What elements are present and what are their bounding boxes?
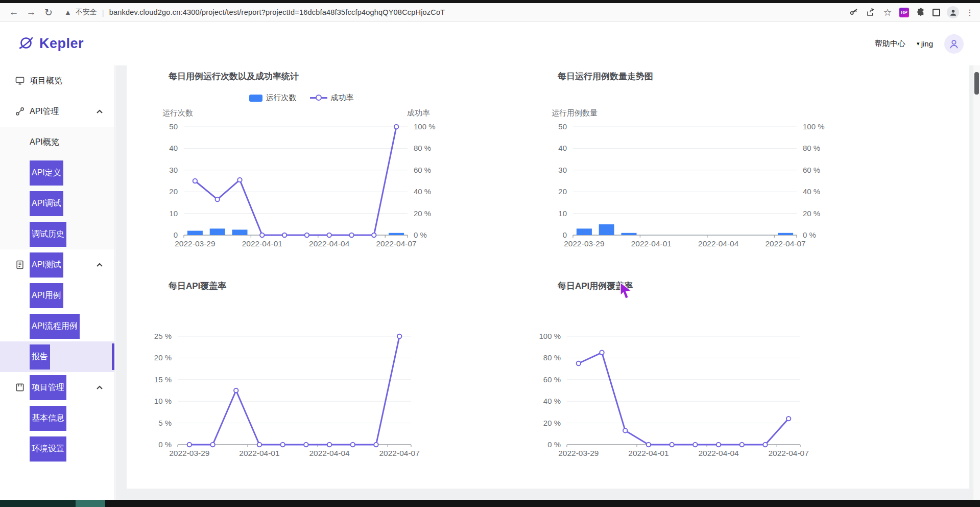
chart-plot-daily-case-count: 运行用例数量50100 %4080 %3060 %2040 %1020 %00 … — [522, 107, 859, 256]
sidebar-item-label: 环境设置 — [30, 436, 66, 462]
svg-text:2022-04-01: 2022-04-01 — [631, 239, 672, 248]
bottom-strip — [0, 500, 980, 507]
chevron-up-icon[interactable] — [96, 109, 103, 114]
bottom-strip-left — [0, 500, 76, 507]
svg-text:20 %: 20 % — [543, 419, 561, 427]
sidebar-item-项目管理[interactable]: 项目管理 — [0, 372, 114, 403]
svg-text:10: 10 — [169, 209, 178, 218]
brand-name: Kepler — [39, 36, 84, 52]
sidebar-menu: 项目概览API管理API概览API定义API调试调试历史API测试API用例AP… — [0, 65, 114, 464]
legend-item-success[interactable]: 成功率 — [310, 93, 354, 103]
svg-text:10: 10 — [558, 209, 567, 218]
svg-text:10 %: 10 % — [154, 397, 172, 405]
svg-text:60 %: 60 % — [803, 166, 820, 174]
menu-dots-icon[interactable]: ⋮ — [966, 8, 974, 17]
share-icon[interactable] — [866, 7, 876, 17]
svg-text:2022-04-07: 2022-04-07 — [379, 449, 420, 457]
svg-text:20: 20 — [169, 187, 178, 196]
sidebar-item-label: API概览 — [30, 137, 59, 148]
help-center-link[interactable]: 帮助中心 — [875, 39, 905, 49]
chart-api-coverage: 每日API覆盖率 25 %20 %15 %10 %5 %0 %2022-03-2… — [133, 276, 470, 480]
svg-text:40: 40 — [558, 144, 567, 152]
bottom-strip-accent — [76, 500, 105, 507]
svg-text:运行次数: 运行次数 — [162, 108, 193, 117]
svg-text:80 %: 80 % — [414, 144, 431, 152]
scrollbar-thumb[interactable] — [974, 72, 979, 95]
sidebar-item-API定义[interactable]: API定义 — [0, 157, 114, 188]
toolbar-right: ☆ RP ⋮ — [840, 6, 980, 18]
sidebar-item-环境设置[interactable]: 环境设置 — [0, 433, 114, 464]
chevron-up-icon[interactable] — [96, 262, 103, 267]
mouse-cursor — [619, 282, 634, 299]
chart-plot-api-coverage: 25 %20 %15 %10 %5 %0 %2022-03-292022-04-… — [133, 317, 470, 465]
svg-text:20 %: 20 % — [154, 353, 172, 362]
sidebar-item-label: 项目管理 — [30, 375, 66, 400]
svg-text:2022-04-01: 2022-04-01 — [628, 449, 668, 457]
sidebar-item-报告[interactable]: 报告 — [0, 341, 114, 372]
back-icon[interactable]: ← — [5, 7, 22, 18]
chart-title: 每日运行用例数量走势图 — [558, 71, 653, 82]
extensions-puzzle-icon[interactable] — [916, 7, 926, 17]
sidebar-item-API概览[interactable]: API概览 — [0, 127, 114, 157]
chart-plot-daily-run-success: 运行次数成功率50100 %4080 %3060 %2040 %1020 %00… — [133, 107, 470, 256]
svg-text:2022-04-04: 2022-04-04 — [309, 449, 350, 457]
chart-title: 每日用例运行次数以及成功率统计 — [169, 71, 299, 82]
svg-text:50: 50 — [169, 122, 178, 131]
api-manage-icon — [14, 106, 26, 117]
sidebar-item-API用例[interactable]: API用例 — [0, 280, 114, 311]
svg-text:25 %: 25 % — [154, 332, 172, 340]
svg-text:2022-03-29: 2022-03-29 — [169, 449, 209, 457]
svg-text:40 %: 40 % — [414, 187, 431, 196]
sidebar-item-API调试[interactable]: API调试 — [0, 188, 114, 219]
sidebar-item-基本信息[interactable]: 基本信息 — [0, 403, 114, 433]
sidebar-item-调试历史[interactable]: 调试历史 — [0, 219, 114, 249]
avatar[interactable] — [944, 34, 964, 54]
svg-text:40 %: 40 % — [543, 397, 561, 405]
sidebar-item-label: API流程用例 — [30, 314, 80, 339]
sidebar-item-API管理[interactable]: API管理 — [0, 96, 114, 127]
svg-text:100 %: 100 % — [803, 122, 825, 131]
sidebar-item-label: API定义 — [30, 160, 63, 186]
forward-icon[interactable]: → — [22, 7, 40, 18]
svg-text:20 %: 20 % — [414, 209, 431, 218]
sidebar-item-label: API调试 — [30, 191, 63, 216]
window-icon[interactable] — [933, 9, 940, 16]
svg-text:40: 40 — [169, 144, 178, 152]
sidebar-item-label: 项目概览 — [30, 76, 62, 86]
svg-text:5 %: 5 % — [158, 419, 172, 427]
legend-item-runs[interactable]: 运行次数 — [249, 93, 297, 103]
scrollbar[interactable] — [973, 22, 980, 500]
svg-text:2022-04-07: 2022-04-07 — [376, 239, 416, 248]
profile-icon[interactable] — [947, 6, 959, 18]
sidebar-item-label: API测试 — [30, 252, 63, 278]
legend-bar-swatch — [249, 95, 262, 102]
sidebar-item-label: API管理 — [30, 106, 59, 117]
svg-text:2022-04-04: 2022-04-04 — [309, 239, 350, 248]
chart-daily-case-count: 每日运行用例数量走势图 运行用例数量50100 %4080 %3060 %204… — [522, 66, 859, 271]
chart-plot-api-case-coverage: 100 %80 %60 %40 %20 %0 %2022-03-292022-0… — [522, 317, 859, 465]
svg-text:80 %: 80 % — [803, 144, 820, 152]
svg-text:2022-04-04: 2022-04-04 — [698, 449, 739, 457]
svg-text:20 %: 20 % — [803, 209, 820, 218]
sidebar-item-label: 调试历史 — [30, 222, 66, 247]
svg-text:100 %: 100 % — [539, 332, 561, 340]
svg-text:40 %: 40 % — [803, 187, 820, 196]
sidebar-item-API测试[interactable]: API测试 — [0, 249, 114, 280]
sidebar-item-label: 基本信息 — [30, 406, 66, 431]
star-icon[interactable]: ☆ — [882, 7, 893, 17]
reload-icon[interactable]: ↻ — [40, 7, 57, 18]
svg-text:2022-04-01: 2022-04-01 — [242, 239, 282, 248]
chart-legend: 运行次数 成功率 — [133, 93, 470, 103]
brand[interactable]: Kepler — [17, 34, 84, 54]
sidebar-item-API流程用例[interactable]: API流程用例 — [0, 311, 114, 341]
key-icon[interactable] — [849, 7, 859, 17]
chevron-up-icon[interactable] — [96, 385, 103, 390]
address-bar[interactable]: ▲ 不安全 | bankdev.cloud2go.cn:4300/project… — [64, 8, 840, 17]
user-menu[interactable]: ▾ jing — [917, 39, 933, 48]
main-content: 每日用例运行次数以及成功率统计 运行次数 成功率 运行次数成功率50100 %4… — [115, 65, 980, 500]
svg-text:2022-04-07: 2022-04-07 — [769, 449, 809, 457]
not-secure-icon: ▲ — [64, 8, 71, 16]
sidebar-item-项目概览[interactable]: 项目概览 — [0, 65, 114, 96]
rp-extension-icon[interactable]: RP — [899, 8, 909, 17]
sidebar: 项目概览API管理API概览API定义API调试调试历史API测试API用例AP… — [0, 65, 115, 500]
